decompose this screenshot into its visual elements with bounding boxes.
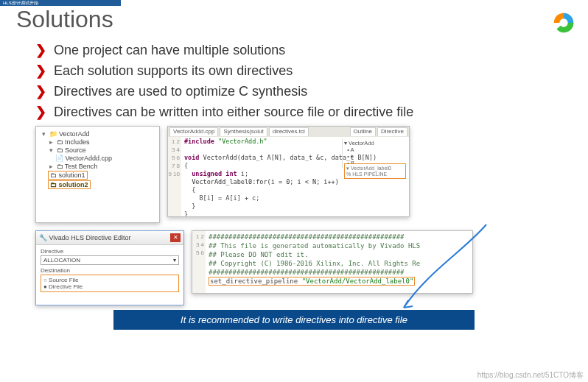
- slide-title: Solutions: [16, 6, 588, 33]
- tree-source-file[interactable]: 📄 VectorAddd.cpp: [55, 155, 155, 162]
- tree-source[interactable]: ▾ 🗀 Source: [48, 146, 155, 154]
- bullet-item: ❯Directives can be written into either s…: [35, 104, 588, 120]
- top-strip: HLS设计调试开始: [0, 0, 121, 6]
- bullet-text: Directives are used to optimize C synthe…: [54, 84, 307, 99]
- chevron-right-icon: ❯: [35, 42, 46, 58]
- line-gutter: 1 2 3 4 5 6: [192, 231, 206, 293]
- tree-testbench[interactable]: ▸ 🗀 Test Bench: [48, 163, 155, 170]
- tab-cpp[interactable]: VectorAddd.cpp: [169, 127, 218, 136]
- tab-directive[interactable]: Directive: [377, 127, 407, 136]
- line-gutter: 1 2 3 4 5 6 7 8 9 10: [168, 127, 181, 216]
- chevron-down-icon: ▾: [173, 257, 176, 263]
- dialog-title: 🔧 Vivado HLS Directive Editor: [39, 234, 130, 241]
- chevron-right-icon: ❯: [35, 104, 46, 120]
- triangle-icon: ▾: [41, 130, 47, 138]
- directive-label: Directive: [41, 248, 179, 255]
- recommendation-banner: It is recommended to write directives in…: [113, 310, 475, 330]
- tcl-code[interactable]: ########################################…: [206, 231, 472, 293]
- close-icon[interactable]: ✕: [170, 233, 181, 242]
- destination-box[interactable]: ○ Source File ● Directive File: [41, 275, 179, 292]
- bullet-item: ❯Each solution supports its own directiv…: [35, 63, 588, 79]
- directive-editor-dialog: 🔧 Vivado HLS Directive Editor ✕ Directiv…: [35, 230, 184, 305]
- bullet-item: ❯Directives are used to optimize C synth…: [35, 83, 588, 99]
- tab-outline[interactable]: Outline: [350, 127, 376, 136]
- bullet-text: One project can have multiple solutions: [54, 43, 285, 58]
- chevron-right-icon: ❯: [35, 63, 46, 79]
- destination-label: Destination: [41, 267, 179, 274]
- project-tree-panel: ▾ 📁 VectorAdd ▸ 🗀 Includes ▾ 🗀 Source 📄 …: [35, 126, 160, 223]
- bullet-text: Each solution supports its own directive…: [54, 63, 293, 79]
- tencent-video-logo-icon: [550, 9, 578, 37]
- tab-synthesis[interactable]: Synthesis(solut: [220, 127, 267, 136]
- tree-includes[interactable]: ▸ 🗀 Includes: [48, 138, 155, 146]
- code-editor-panel: VectorAddd.cpp Synthesis(solut directive…: [167, 126, 410, 217]
- tcl-file-panel: 1 2 3 4 5 6 ############################…: [192, 230, 473, 294]
- bullet-item: ❯One project can have multiple solutions: [35, 42, 588, 58]
- tab-directives[interactable]: directives.tcl: [269, 127, 309, 136]
- directive-highlight-box: ▾ VectorAdd_label0 % HLS PIPELINE: [344, 163, 406, 179]
- bullet-list: ❯One project can have multiple solutions…: [35, 42, 588, 120]
- tree-root[interactable]: ▾ 📁 VectorAdd: [41, 130, 155, 138]
- editor-tabs[interactable]: VectorAddd.cpp Synthesis(solut directive…: [168, 127, 409, 137]
- tree-solution2[interactable]: 🗀 solution2: [48, 180, 155, 189]
- bullet-text: Directives can be written into either so…: [54, 105, 413, 120]
- watermark-text: https://blog.csdn.net/51CTO博客: [477, 370, 584, 381]
- tree-solution1[interactable]: 🗀 solution1: [48, 171, 155, 180]
- svg-point-0: [559, 18, 567, 26]
- chevron-right-icon: ❯: [35, 83, 46, 99]
- dialog-titlebar: 🔧 Vivado HLS Directive Editor ✕: [36, 231, 183, 245]
- directive-select[interactable]: ALLOCATION ▾: [41, 255, 179, 265]
